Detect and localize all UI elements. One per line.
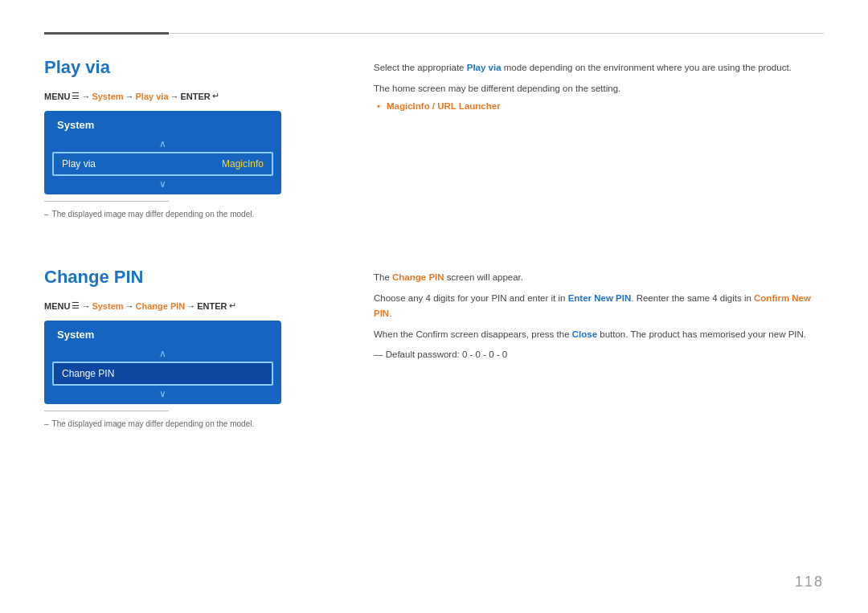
arrow-3: → (170, 92, 179, 101)
system-menu-header-2: System (44, 321, 281, 345)
play-via-desc-2: The home screen may be different dependi… (374, 81, 824, 97)
close-button-ref: Close (572, 329, 597, 339)
arrow-6: → (186, 301, 195, 311)
play-via-desc-1: Select the appropriate Play via mode dep… (374, 60, 824, 76)
note-text-1: – The displayed image may differ dependi… (44, 210, 342, 219)
menu-icon-1: ☰ (72, 91, 80, 101)
change-pin-desc-2: Choose any 4 digits for your PIN and ent… (374, 291, 824, 322)
change-pin-label: Change PIN (136, 301, 186, 311)
section-play-via-left: Play via MENU ☰ → System → Play via → EN… (44, 57, 342, 219)
play-via-item-label: Play via (62, 158, 96, 170)
system-menu-header-1: System (44, 111, 281, 136)
note-content-2: The displayed image may differ depending… (52, 419, 255, 428)
change-pin-menu-item: Change PIN (52, 362, 273, 386)
change-pin-item-label: Change PIN (62, 368, 114, 379)
enter-icon-2: ↵ (229, 300, 236, 311)
section-play-via-right: Select the appropriate Play via mode dep… (374, 57, 824, 219)
change-pin-desc-4: ― Default password: 0 - 0 - 0 - 0 (374, 347, 824, 363)
play-via-highlight: Play via (467, 63, 502, 72)
system-label-1: System (92, 92, 123, 101)
system-menu-mock-2: System ∧ Change PIN ∨ (44, 321, 281, 404)
menu-icon-2: ☰ (72, 300, 80, 311)
chevron-down-1: ∨ (44, 176, 281, 194)
section-separator (44, 243, 824, 267)
page-number: 118 (795, 574, 824, 591)
note-line-2 (44, 411, 169, 411)
section-change-pin-menu-path: MENU ☰ → System → Change PIN → ENTER ↵ (44, 300, 342, 311)
top-line-light (169, 33, 824, 34)
play-via-menu-item: Play via MagicInfo (52, 152, 273, 176)
page-container: Play via MENU ☰ → System → Play via → EN… (0, 0, 868, 613)
note-dash-2: – (44, 419, 49, 428)
top-line-dark (44, 32, 169, 35)
menu-prefix: MENU (44, 92, 70, 101)
change-pin-desc-3: When the Confirm screen disappears, pres… (374, 327, 824, 343)
system-label-2: System (92, 301, 123, 311)
play-via-item-value: MagicInfo (222, 158, 264, 170)
section-change-pin-left: Change PIN MENU ☰ → System → Change PIN … (44, 267, 342, 428)
note-content-1: The displayed image may differ depending… (52, 210, 255, 219)
arrow-5: → (125, 301, 134, 311)
chevron-down-2: ∨ (44, 386, 281, 404)
section-play-via-menu-path: MENU ☰ → System → Play via → ENTER ↵ (44, 91, 342, 101)
system-header-label-1: System (57, 119, 94, 131)
menu-prefix-2: MENU (44, 301, 70, 311)
arrow-2: → (125, 92, 134, 101)
note-dash-1: – (44, 210, 49, 219)
section-change-pin-right: The Change PIN screen will appear. Choos… (374, 267, 824, 428)
enter-label-1: ENTER (181, 92, 211, 101)
section-change-pin: Change PIN MENU ☰ → System → Change PIN … (44, 267, 824, 428)
section-play-via-title: Play via (44, 57, 342, 78)
note-line-1 (44, 201, 169, 202)
enter-icon-1: ↵ (212, 91, 219, 101)
bullet-magicinfo: MagicInfo / URL Launcher (387, 101, 824, 111)
enter-label-2: ENTER (197, 301, 227, 311)
change-pin-inline: Change PIN (392, 272, 444, 282)
play-via-bullets: MagicInfo / URL Launcher (374, 101, 824, 111)
default-password-dash: ― (374, 349, 386, 359)
change-pin-desc-1: The Change PIN screen will appear. (374, 270, 824, 286)
system-header-label-2: System (57, 329, 94, 341)
top-decorative-lines (44, 32, 824, 35)
section-play-via: Play via MENU ☰ → System → Play via → EN… (44, 57, 824, 219)
section-change-pin-title: Change PIN (44, 267, 342, 288)
play-via-label: Play via (136, 92, 169, 101)
chevron-up-1: ∧ (44, 136, 281, 152)
enter-new-pin: Enter New PIN (568, 293, 632, 303)
chevron-up-2: ∧ (44, 345, 281, 362)
system-menu-mock-1: System ∧ Play via MagicInfo ∨ (44, 111, 281, 194)
arrow-1: → (81, 92, 90, 101)
arrow-4: → (81, 301, 90, 311)
note-text-2: – The displayed image may differ dependi… (44, 419, 342, 428)
